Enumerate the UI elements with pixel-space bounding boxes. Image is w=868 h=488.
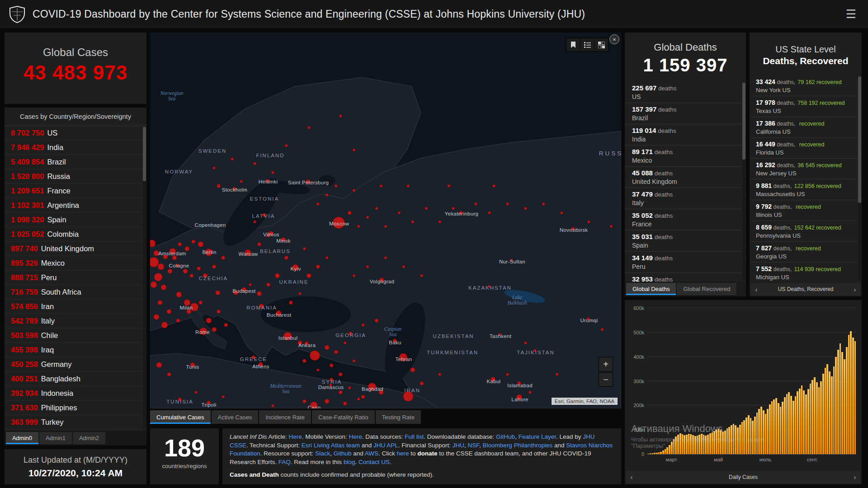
case-row[interactable]: 542 789Italy xyxy=(5,314,146,328)
deaths-scrollbar[interactable] xyxy=(742,83,745,281)
case-row[interactable]: 392 934Indonesia xyxy=(5,386,146,401)
case-row[interactable]: 503 598Chile xyxy=(5,328,146,343)
state-row[interactable]: 17 978 deaths,758 192 recoveredTexas US xyxy=(750,96,862,117)
case-country: United Kingdom xyxy=(41,244,94,253)
info-link[interactable]: here xyxy=(396,450,409,457)
state-row[interactable]: 16 449 deaths, recoveredFlorida US xyxy=(750,138,862,159)
info-link[interactable]: AWS xyxy=(365,450,378,457)
world-map[interactable]: Norwegian SeaMediterranean SeaCaspian Se… xyxy=(150,33,621,408)
death-row[interactable]: 89 171 deathsMexico xyxy=(625,145,746,167)
tab-admin2[interactable]: Admin2 xyxy=(73,432,105,444)
state-row[interactable]: 33 424 deaths,79 162 recoveredNew York U… xyxy=(750,75,862,96)
state-row[interactable]: 7 552 deaths,114 939 recoveredMichigan U… xyxy=(750,263,862,282)
zoom-in-button[interactable]: + xyxy=(599,357,613,371)
case-row[interactable]: 888 715Peru xyxy=(5,271,146,285)
case-row[interactable]: 1 098 320Spain xyxy=(5,213,146,227)
zoom-out-button[interactable]: − xyxy=(599,372,613,387)
info-link[interactable]: Slack xyxy=(315,450,330,457)
info-link[interactable]: Full list xyxy=(405,433,424,440)
case-row[interactable]: 1 209 651France xyxy=(5,184,146,198)
state-row[interactable]: 9 881 deaths,122 856 recoveredMassachuse… xyxy=(750,179,862,200)
info-link[interactable]: Here xyxy=(349,433,362,440)
close-icon[interactable]: ✕ xyxy=(609,34,619,44)
us-pager-label: US Deaths, Recovered xyxy=(762,286,849,292)
case-row[interactable]: 5 409 854Brazil xyxy=(5,155,146,169)
info-link[interactable]: Github xyxy=(334,450,352,457)
legend-icon[interactable] xyxy=(580,38,594,51)
case-dot xyxy=(335,185,337,188)
case-row[interactable]: 7 946 429India xyxy=(5,141,146,155)
case-row[interactable]: 574 856Iran xyxy=(5,300,146,314)
tab-admin0[interactable]: Admin0 xyxy=(6,432,38,444)
death-row[interactable]: 32 953 deathsIran xyxy=(625,273,746,282)
info-link[interactable]: JHU xyxy=(453,442,464,449)
jhu-logo xyxy=(9,5,25,23)
tab-incidence-rate[interactable]: Incidence Rate xyxy=(259,410,311,424)
tab-testing-rate[interactable]: Testing Rate xyxy=(376,410,421,424)
case-dots-layer[interactable] xyxy=(150,33,621,408)
tab-global-deaths[interactable]: Global Deaths xyxy=(626,283,676,295)
pager-prev-icon[interactable]: ‹ xyxy=(751,286,762,293)
state-row[interactable]: 17 386 deaths, recoveredCalifornia US xyxy=(750,117,862,138)
tab-admin1[interactable]: Admin1 xyxy=(39,432,72,444)
chart-bar xyxy=(716,430,717,454)
tab-cumulative-cases[interactable]: Cumulative Cases xyxy=(150,410,211,424)
cases-scrollbar[interactable] xyxy=(143,127,146,430)
state-row[interactable]: 16 292 deaths,36 545 recoveredNew Jersey… xyxy=(750,159,862,179)
info-link[interactable]: NSF xyxy=(468,442,480,449)
cases-scroll-thumb[interactable] xyxy=(143,127,146,181)
case-row[interactable]: 8 702 750US xyxy=(5,126,146,141)
case-row[interactable]: 400 251Bangladesh xyxy=(5,372,146,386)
chart-pager-prev-icon[interactable]: ‹ xyxy=(626,473,637,481)
info-link[interactable]: JHU APL xyxy=(373,442,398,449)
case-row[interactable]: 897 740United Kingdom xyxy=(5,242,146,256)
tab-case-fatality-ratio[interactable]: Case-Fatality Ratio xyxy=(312,410,375,424)
info-link[interactable]: Esri Living Atlas team xyxy=(302,442,360,449)
death-row[interactable]: 34 149 deathsPeru xyxy=(625,252,746,273)
case-row[interactable]: 359 348Ukraine xyxy=(5,430,146,431)
case-row[interactable]: 363 999Turkey xyxy=(5,415,146,430)
case-row[interactable]: 1 520 800Russia xyxy=(5,169,146,184)
case-dot xyxy=(516,394,522,400)
info-link[interactable]: FAQ xyxy=(278,459,291,465)
case-row[interactable]: 450 258Germany xyxy=(5,357,146,372)
bookmark-icon[interactable] xyxy=(566,38,580,51)
death-row[interactable]: 45 088 deathsUnited Kingdom xyxy=(625,167,746,188)
chart-bar xyxy=(739,425,741,454)
state-row[interactable]: 8 659 deaths,152 642 recoveredPennsylvan… xyxy=(750,221,862,242)
info-link[interactable]: Bloomberg Philanthropies xyxy=(483,442,553,449)
case-row[interactable]: 895 326Mexico xyxy=(5,256,146,271)
info-link[interactable]: GitHub xyxy=(496,433,515,440)
info-link[interactable]: Here xyxy=(289,433,302,440)
tab-global-recovered[interactable]: Global Recovered xyxy=(677,283,736,295)
case-dot xyxy=(168,269,172,273)
death-row[interactable]: 225 697 deathsUS xyxy=(625,82,746,103)
us-scrollbar[interactable] xyxy=(858,76,861,281)
chart-bar xyxy=(784,397,786,455)
chart-bars[interactable] xyxy=(647,308,856,454)
state-row[interactable]: 7 827 deaths, recoveredGeorgia US xyxy=(750,242,862,263)
death-row[interactable]: 35 031 deathsSpain xyxy=(625,230,746,252)
death-row[interactable]: 157 397 deathsBrazil xyxy=(625,103,746,124)
death-row[interactable]: 35 052 deathsFrance xyxy=(625,209,746,230)
chart-bar xyxy=(707,435,709,454)
basemap-icon[interactable] xyxy=(594,38,608,51)
info-link[interactable]: Contact US xyxy=(359,459,390,465)
info-link[interactable]: blog xyxy=(344,459,355,465)
menu-icon[interactable]: ☰ xyxy=(843,7,859,21)
case-row[interactable]: 1 025 052Colombia xyxy=(5,227,146,242)
state-row[interactable]: 9 792 deaths, recoveredIllinois US xyxy=(750,200,862,221)
case-row[interactable]: 716 759South Africa xyxy=(5,285,146,300)
tab-active-cases[interactable]: Active Cases xyxy=(212,410,259,424)
case-row[interactable]: 1 102 301Argentina xyxy=(5,198,146,213)
x-tick-label: май xyxy=(714,457,723,462)
death-row[interactable]: 119 014 deathsIndia xyxy=(625,124,746,145)
deaths-scroll-thumb[interactable] xyxy=(742,83,745,160)
case-row[interactable]: 455 398Iraq xyxy=(5,343,146,357)
us-scroll-thumb[interactable] xyxy=(858,76,861,203)
pager-next-icon[interactable]: › xyxy=(849,286,860,293)
chart-pager-next-icon[interactable]: › xyxy=(849,473,860,481)
case-row[interactable]: 371 630Philippines xyxy=(5,401,146,415)
info-link[interactable]: Feature Layer xyxy=(519,433,556,440)
death-row[interactable]: 37 479 deathsItaly xyxy=(625,188,746,209)
